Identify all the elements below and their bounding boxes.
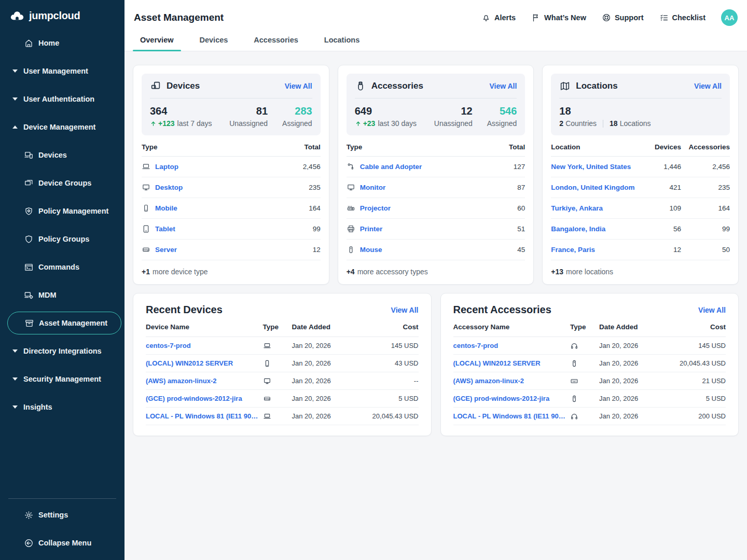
tab-devices[interactable]: Devices	[192, 29, 236, 51]
type-link[interactable]: Cable and Adopter	[360, 163, 422, 171]
accessories-assigned-count: 546	[500, 105, 517, 117]
table-row: (AWS) amazon-linux-2 Jan 20, 2026 21 USD	[453, 372, 726, 390]
desktop-icon	[142, 183, 150, 192]
table-row: Bangalore, India 56 99	[551, 219, 730, 240]
card-title: Devices	[167, 81, 285, 91]
type-link[interactable]: Projector	[360, 204, 391, 212]
asset-management-icon	[24, 318, 34, 328]
accessory-link[interactable]: (LOCAL) WIN2012 SERVER	[453, 359, 571, 367]
type-table-header: Type Total	[142, 135, 321, 157]
sidebar-item-settings[interactable]: Settings	[0, 501, 125, 529]
accessory-link[interactable]: (GCE) prod-windows-2012-jira	[453, 395, 571, 402]
accessories-total: 649	[355, 105, 420, 117]
view-all-link[interactable]: View All	[391, 306, 419, 314]
sidebar-item-insights[interactable]: Insights	[0, 393, 125, 421]
accessory-link[interactable]: (AWS) amazon-linux-2	[453, 377, 571, 385]
support-button[interactable]: Support	[602, 13, 644, 22]
recent-devices-header: Device Name Type Date Added Cost	[146, 323, 419, 337]
accessory-link[interactable]: LOCAL - PL Windows 81 (IE11 90 Day test)	[453, 412, 571, 420]
mouse-icon	[347, 245, 355, 254]
type-link[interactable]: Mouse	[360, 246, 382, 254]
table-row: (GCE) prod-windows-2012-jira Jan 20, 202…	[453, 390, 726, 408]
table-row: Desktop 235	[142, 177, 321, 198]
accessory-link[interactable]: centos-7-prod	[453, 342, 571, 349]
projector-icon	[347, 204, 355, 213]
device-link[interactable]: (LOCAL) WIN2012 SERVER	[146, 359, 263, 367]
device-link[interactable]: centos-7-prod	[146, 342, 263, 349]
type-link[interactable]: Laptop	[155, 163, 178, 171]
divider	[355, 98, 517, 99]
sidebar-item-security-management[interactable]: Security Management	[0, 365, 125, 393]
sidebar-item-user-management[interactable]: User Management	[0, 57, 125, 85]
location-link[interactable]: London, United Kingdom	[551, 184, 647, 191]
sidebar: jumpcloud Home User Management User Auth…	[0, 0, 125, 560]
table-row: centos-7-prod Jan 20, 2026 145 USD	[146, 337, 419, 355]
jumpcloud-logo[interactable]: jumpcloud	[0, 0, 125, 29]
view-all-link[interactable]: View All	[489, 82, 517, 90]
locations-statbox: Locations View All 18 2 Countries	[551, 74, 730, 135]
type-link[interactable]: Mobile	[155, 204, 177, 212]
laptop-icon	[263, 342, 271, 350]
type-link[interactable]: Tablet	[155, 225, 175, 233]
divider	[559, 98, 722, 99]
location-link[interactable]: New York, United States	[551, 163, 647, 171]
more-types-note: +4more accessory types	[347, 260, 525, 276]
device-link[interactable]: (AWS) amazon-linux-2	[146, 377, 263, 385]
sidebar-item-commands[interactable]: Commands	[0, 253, 125, 281]
sidebar-item-user-authentication[interactable]: User Authentication	[0, 85, 125, 113]
sidebar-item-home[interactable]: Home	[0, 29, 125, 57]
more-locations-note: +13more locations	[551, 260, 730, 276]
recent-devices-card: Recent Devices View All Device Name Type…	[133, 293, 432, 436]
view-all-link[interactable]: View All	[698, 306, 726, 314]
table-row: Tablet 99	[142, 219, 321, 240]
table-row: Projector 60	[347, 198, 525, 219]
sidebar-item-policy-groups[interactable]: Policy Groups	[0, 225, 125, 253]
sidebar-item-policy-management[interactable]: Policy Management	[0, 197, 125, 225]
topbar-actions: Alerts What’s New Support Checklist AA	[481, 9, 738, 26]
location-link[interactable]: Turkiye, Ankara	[551, 204, 647, 212]
avatar[interactable]: AA	[721, 9, 738, 26]
location-link[interactable]: Bangalore, India	[551, 225, 647, 233]
tab-overview[interactable]: Overview	[133, 29, 181, 51]
flag-icon	[531, 13, 541, 22]
type-link[interactable]: Server	[155, 246, 177, 254]
location-link[interactable]: France, Paris	[551, 246, 647, 254]
sidebar-footer: Settings Collapse Menu	[0, 498, 125, 560]
whats-new-button[interactable]: What’s New	[531, 13, 586, 22]
table-row: Monitor 87	[347, 177, 525, 198]
devices-card-icon	[150, 80, 161, 92]
locations-summary-card: Locations View All 18 2 Countries	[542, 65, 739, 285]
device-link[interactable]: LOCAL - PL Windows 81 (IE11 90 Day test)	[146, 412, 263, 420]
commands-icon	[24, 262, 34, 272]
sidebar-item-mdm[interactable]: MDM	[0, 281, 125, 309]
type-link[interactable]: Desktop	[155, 184, 183, 191]
sidebar-item-collapse-menu[interactable]: Collapse Menu	[0, 529, 125, 557]
sidebar-item-directory-integrations[interactable]: Directory Integrations	[0, 337, 125, 365]
tab-accessories[interactable]: Accessories	[246, 29, 305, 51]
alerts-button[interactable]: Alerts	[481, 13, 516, 22]
sidebar-item-device-management[interactable]: Device Management	[0, 113, 125, 141]
devices-unassigned-count: 81	[256, 105, 268, 117]
sidebar-item-asset-management[interactable]: Asset Management	[7, 312, 121, 334]
recent-tables-row: Recent Devices View All Device Name Type…	[133, 293, 739, 436]
monitor-icon	[347, 183, 355, 192]
checklist-button[interactable]: Checklist	[659, 13, 706, 22]
type-link[interactable]: Monitor	[360, 184, 386, 191]
server-icon	[142, 245, 150, 254]
tab-locations[interactable]: Locations	[317, 29, 367, 51]
more-types-note: +1more device type	[142, 260, 321, 276]
type-link[interactable]: Printer	[360, 225, 383, 233]
headphones-icon	[570, 342, 578, 350]
view-all-link[interactable]: View All	[285, 82, 312, 90]
recent-accessories-title: Recent Accessories	[453, 304, 551, 316]
keyboard-icon	[570, 377, 578, 385]
chevron-down-icon	[12, 69, 18, 73]
device-link[interactable]: (GCE) prod-windows-2012-jira	[146, 395, 263, 402]
mouse-icon	[570, 395, 578, 403]
page-title: Asset Management	[134, 12, 224, 23]
chevron-up-icon	[12, 125, 18, 129]
sidebar-item-devices[interactable]: Devices	[0, 141, 125, 169]
view-all-link[interactable]: View All	[694, 82, 722, 90]
sidebar-item-device-groups[interactable]: Device Groups	[0, 169, 125, 197]
bell-icon	[481, 13, 491, 22]
